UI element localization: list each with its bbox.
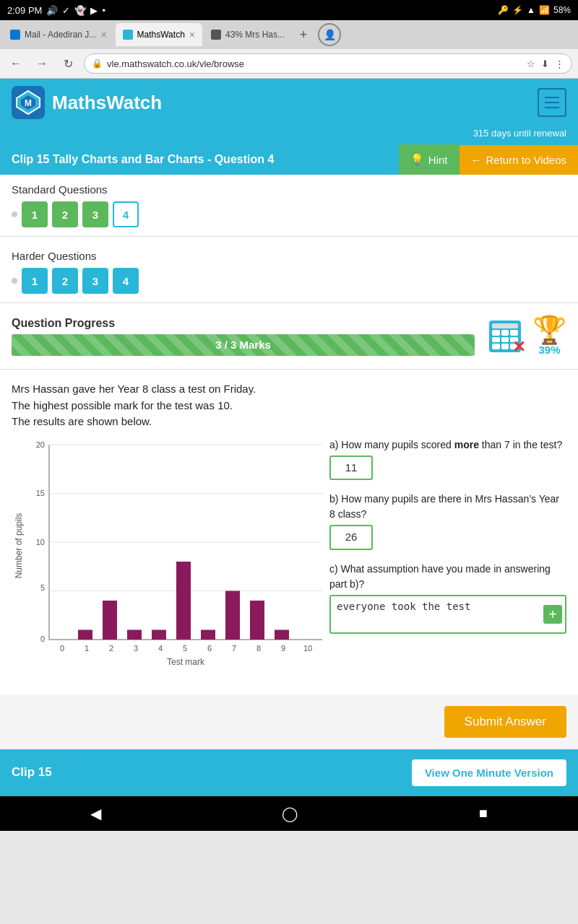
url-text: vle.mathswatch.co.uk/vle/browse: [107, 58, 522, 69]
mathswatch-tab-icon: [123, 30, 133, 40]
q-line3: The results are shown below.: [12, 415, 152, 427]
hint-icon: 💡: [410, 153, 424, 166]
clip-bar: Clip 15 Tally Charts and Bar Charts - Qu…: [0, 144, 578, 175]
calc-btn-4: [492, 337, 500, 343]
profile-button[interactable]: 👤: [318, 23, 341, 46]
svg-text:2: 2: [109, 644, 113, 653]
bottom-clip-label: Clip 15: [12, 765, 52, 780]
new-tab-button[interactable]: +: [293, 25, 314, 45]
return-label: Return to Videos: [486, 154, 566, 166]
snapchat-icon: 👻: [74, 5, 86, 16]
part-c-label: c) What assumption have you made in answ…: [329, 563, 551, 590]
forward-button[interactable]: →: [32, 53, 52, 74]
hard-q-btn-4[interactable]: 4: [113, 268, 139, 294]
youtube-icon: ▶: [90, 5, 98, 16]
calculator-icon-wrap: ✕: [489, 321, 521, 352]
hint-button[interactable]: 💡 Hint: [399, 144, 460, 175]
hard-q-btn-1[interactable]: 1: [22, 268, 48, 294]
part-a-answer: 11: [329, 456, 373, 481]
std-q-btn-1[interactable]: 1: [22, 201, 48, 227]
calc-display: [492, 323, 518, 329]
tab-mail[interactable]: Mail - Adediran J... ×: [3, 23, 114, 46]
part-c-plus-button[interactable]: +: [543, 605, 562, 624]
part-b-answer: 26: [329, 525, 373, 550]
logo-icon: M: [12, 86, 45, 119]
refresh-button[interactable]: ↻: [58, 53, 78, 74]
mw-header: M MathsWatch: [0, 79, 578, 126]
progress-label: Question Progress: [12, 317, 475, 330]
back-button[interactable]: ←: [6, 53, 26, 74]
progress-bar: 3 / 3 Marks: [12, 334, 475, 356]
svg-text:7: 7: [232, 644, 236, 653]
bar-5: [176, 562, 191, 640]
calc-btn-7: [492, 344, 500, 349]
tab-mathswatch-label: MathsWatch: [137, 30, 185, 40]
std-q-btn-3[interactable]: 3: [82, 201, 108, 227]
tab-mail-label: Mail - Adediran J...: [25, 30, 96, 40]
bar-4: [152, 629, 166, 640]
download-icon[interactable]: ⬇: [541, 58, 549, 69]
hard-q-btn-2[interactable]: 2: [52, 268, 78, 294]
bookmark-icon[interactable]: ☆: [527, 58, 535, 69]
svg-text:15: 15: [36, 489, 45, 497]
part-c-item: c) What assumption have you made in answ…: [329, 562, 566, 634]
divider-1: [0, 236, 578, 237]
svg-text:0: 0: [40, 635, 45, 643]
trophy-percentage: 39%: [532, 344, 566, 356]
part-a-label: a) How many pupils scored more than 7 in…: [329, 439, 562, 450]
profile-icon: 👤: [324, 29, 336, 40]
svg-text:20: 20: [36, 440, 45, 449]
home-nav-icon[interactable]: ◯: [282, 805, 298, 822]
tab-43-label: 43% Mrs Has...: [225, 30, 285, 40]
return-button[interactable]: ← Return to Videos: [460, 145, 578, 175]
calc-btn-3: [510, 330, 518, 336]
battery: 58%: [553, 5, 571, 15]
hard-q-btn-3[interactable]: 3: [82, 268, 108, 294]
logo-watch: Watch: [106, 92, 162, 113]
bar-chart: 20 15 10 5 0 0 1 2 3 4 5: [12, 437, 322, 683]
svg-text:10: 10: [303, 644, 312, 653]
qa-section: a) How many pupils scored more than 7 in…: [329, 437, 566, 645]
bar-2: [103, 601, 117, 640]
divider-3: [0, 369, 578, 370]
recents-nav-icon[interactable]: ■: [479, 805, 488, 821]
std-q-btn-4[interactable]: 4: [113, 201, 139, 227]
tab-mathswatch-close[interactable]: ×: [189, 29, 195, 40]
view-one-minute-button[interactable]: View One Minute Version: [412, 759, 566, 786]
svg-text:0: 0: [60, 644, 64, 653]
progress-marks: 3 / 3 Marks: [215, 339, 271, 351]
tab-43pct[interactable]: 43% Mrs Has...: [204, 23, 292, 46]
chart-container: 20 15 10 5 0 0 1 2 3 4 5: [12, 437, 322, 683]
std-q-btn-2[interactable]: 2: [52, 201, 78, 227]
tab-mathswatch[interactable]: MathsWatch ×: [116, 23, 202, 46]
volume-icon: 🔊: [46, 5, 58, 16]
renewal-bar: 315 days until renewal: [0, 126, 578, 144]
q-line2: The highest possible mark for the test w…: [12, 399, 233, 411]
trophy-icon: 🏆: [532, 316, 566, 344]
tab-mail-close[interactable]: ×: [100, 29, 106, 40]
renewal-text: 315 days until renewal: [473, 128, 566, 139]
submit-button[interactable]: Submit Answer: [444, 706, 566, 738]
menu-button[interactable]: [538, 88, 566, 117]
return-arrow-icon: ←: [471, 154, 482, 166]
menu-line-3: [545, 107, 559, 108]
progress-section: Question Progress 3 / 3 Marks: [0, 308, 578, 365]
back-nav-icon[interactable]: ◀: [90, 805, 101, 822]
svg-text:M: M: [25, 98, 32, 108]
lock-icon: 🔒: [92, 58, 103, 69]
progress-icons: ✕ 🏆 39%: [489, 316, 566, 356]
part-a-bold: more: [454, 439, 479, 450]
part-c-textarea[interactable]: [331, 596, 565, 628]
signal-icon: ▲: [527, 5, 535, 15]
svg-text:1: 1: [85, 644, 89, 653]
logo-maths: Maths: [52, 92, 106, 113]
calc-btn-5: [501, 337, 509, 343]
status-bar: 2:09 PM 🔊 ✓ 👻 ▶ • 🔑 ⚡ ▲ 📶 58%: [0, 0, 578, 20]
logo-svg: M: [15, 90, 41, 116]
part-b-label: b) How many pupils are there in Mrs Hass…: [329, 493, 559, 520]
android-nav-bar: ◀ ◯ ■: [0, 796, 578, 831]
url-bar[interactable]: 🔒 vle.mathswatch.co.uk/vle/browse ☆ ⬇ ⋮: [84, 53, 572, 74]
harder-questions-label: Harder Questions: [12, 250, 566, 262]
harder-question-dots: 1 2 3 4: [12, 268, 566, 294]
more-icon[interactable]: ⋮: [555, 58, 564, 69]
